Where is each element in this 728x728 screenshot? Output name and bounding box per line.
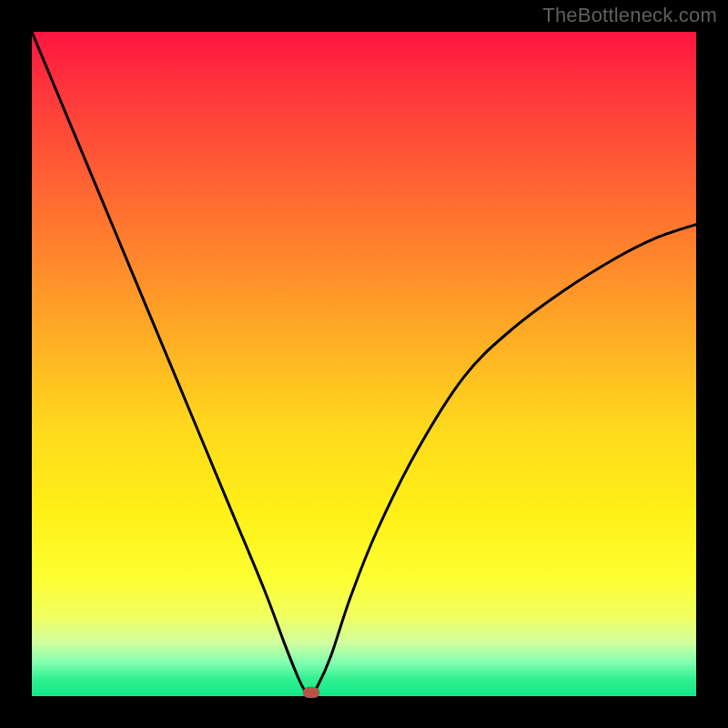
plot-area bbox=[32, 32, 696, 696]
curve-svg bbox=[32, 32, 696, 696]
bottleneck-curve-path bbox=[32, 32, 696, 694]
minimum-marker bbox=[303, 687, 319, 698]
watermark-text: TheBottleneck.com bbox=[542, 4, 717, 27]
chart-frame: TheBottleneck.com bbox=[0, 0, 728, 728]
